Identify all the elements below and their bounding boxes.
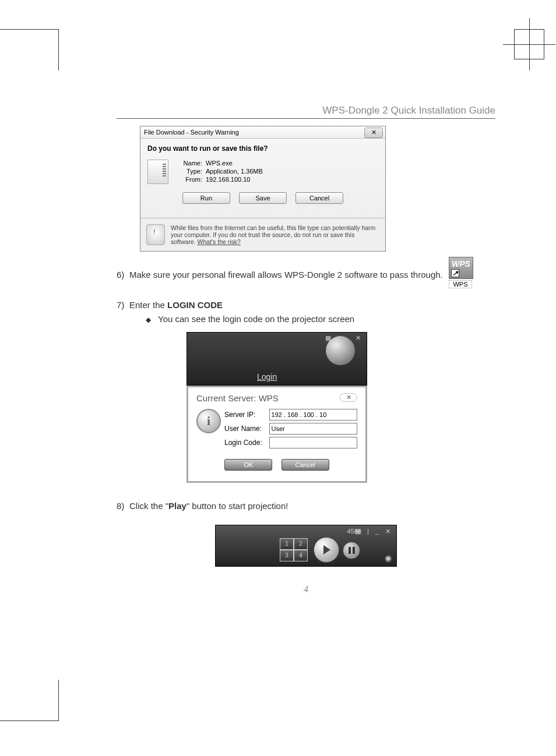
name-value: WPS.exe xyxy=(206,160,233,167)
step-6: 6)Make sure your personal firewall allow… xyxy=(117,268,495,282)
login-window: ▦ | _ ✕ Login Current Server: WPS ✕ i Se… xyxy=(186,332,367,483)
login-header: Current Server: WPS xyxy=(196,393,279,403)
cancel-button[interactable]: Cancel xyxy=(295,192,343,204)
quadrant-4[interactable]: 4 xyxy=(294,550,308,561)
from-label: From: xyxy=(177,176,202,183)
file-icon xyxy=(147,160,168,184)
page-header: WPS-Dongle 2 Quick Installation Guide xyxy=(117,105,495,119)
play-toolbar: 4588 ▦ | _ ✕ 1 2 3 4 ◉ xyxy=(215,525,397,567)
run-button[interactable]: Run xyxy=(182,192,230,204)
step-7: 7)Enter the LOGIN CODE You can see the l… xyxy=(117,298,495,326)
dialog-question: Do you want to run or save this file? xyxy=(147,144,378,153)
pause-button[interactable] xyxy=(343,542,360,559)
server-ip-label: Server IP: xyxy=(224,411,269,419)
login-code-label: Login Code: xyxy=(224,439,269,447)
username-label: User Name: xyxy=(224,425,269,433)
step-8: 8)Click the "Play" button to start proje… xyxy=(117,499,495,513)
save-button[interactable]: Save xyxy=(239,192,287,204)
close-button[interactable]: ✕ xyxy=(364,128,383,138)
quadrant-selector[interactable]: 1 2 3 4 xyxy=(280,538,308,560)
dialog-title: File Download - Security Warning xyxy=(144,129,239,136)
server-ip-input[interactable] xyxy=(269,409,357,421)
quadrant-1[interactable]: 1 xyxy=(280,538,294,550)
login-cancel-button[interactable]: Cancel xyxy=(281,459,329,471)
username-input[interactable] xyxy=(269,423,357,434)
from-value: 192.168.100.10 xyxy=(206,176,250,183)
shield-icon xyxy=(146,224,165,245)
quadrant-2[interactable]: 2 xyxy=(294,538,308,550)
quadrant-3[interactable]: 3 xyxy=(280,550,294,561)
name-label: Name: xyxy=(177,160,202,167)
page-number: 4 xyxy=(117,584,495,595)
type-value: Application, 1.36MB xyxy=(206,168,263,175)
type-label: Type: xyxy=(177,168,202,175)
login-code-input[interactable] xyxy=(269,437,357,448)
wps-shortcut-label: WPS xyxy=(449,280,472,288)
globe-icon xyxy=(326,336,355,365)
play-window-controls[interactable]: ▦ | _ ✕ xyxy=(355,528,393,535)
wps-shortcut[interactable]: WPS WPS xyxy=(449,257,472,288)
wps-shortcut-icon: WPS xyxy=(449,257,473,279)
info-icon: i xyxy=(196,409,221,433)
login-close-button[interactable]: ✕ xyxy=(340,393,357,402)
risk-link[interactable]: What's the risk? xyxy=(198,238,241,245)
file-download-dialog: File Download - Security Warning ✕ Do yo… xyxy=(140,126,386,252)
step-7-bullet: You can see the login code on the projec… xyxy=(146,312,495,326)
play-button[interactable] xyxy=(314,537,339,563)
ok-button[interactable]: OK xyxy=(224,459,272,471)
warning-text: While files from the Internet can be use… xyxy=(171,224,379,245)
wifi-icon: ◉ xyxy=(385,553,392,563)
login-tab[interactable]: Login xyxy=(257,372,277,381)
